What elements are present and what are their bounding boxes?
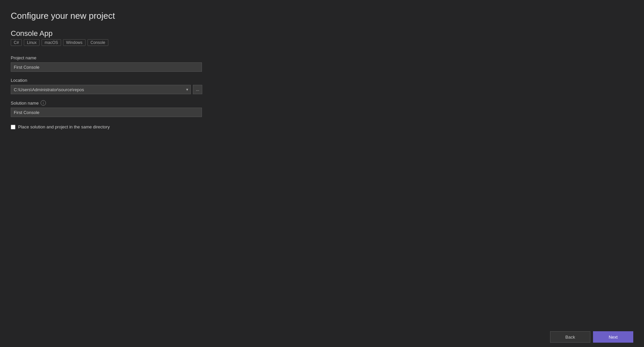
- same-directory-label[interactable]: Place solution and project in the same d…: [18, 124, 110, 129]
- tag-linux: Linux: [24, 39, 40, 46]
- tag-windows: Windows: [63, 39, 86, 46]
- project-name-input[interactable]: [11, 62, 202, 72]
- project-name-label: Project name: [11, 55, 633, 60]
- configure-dialog: Configure your new project Console App C…: [0, 0, 644, 347]
- solution-name-group: Solution name i: [11, 100, 633, 117]
- tag-csharp: C#: [11, 39, 22, 46]
- app-name-heading: Console App: [11, 29, 633, 38]
- location-row: C:\Users\Administrator\source\repos ...: [11, 85, 633, 94]
- footer: Back Next: [0, 327, 644, 347]
- tag-macos: macOS: [42, 39, 61, 46]
- browse-button[interactable]: ...: [193, 85, 202, 94]
- location-group: Location C:\Users\Administrator\source\r…: [11, 78, 633, 94]
- location-select-wrapper: C:\Users\Administrator\source\repos: [11, 85, 191, 94]
- same-directory-checkbox[interactable]: [11, 125, 15, 129]
- next-button[interactable]: Next: [593, 331, 633, 343]
- location-select[interactable]: C:\Users\Administrator\source\repos: [11, 85, 191, 94]
- dialog-title: Configure your new project: [11, 11, 633, 21]
- solution-name-input[interactable]: [11, 108, 202, 117]
- project-name-group: Project name: [11, 55, 633, 72]
- location-label: Location: [11, 78, 633, 83]
- solution-name-label-row: Solution name i: [11, 100, 633, 106]
- tag-console: Console: [88, 39, 108, 46]
- back-button[interactable]: Back: [550, 331, 590, 343]
- tag-list: C# Linux macOS Windows Console: [11, 39, 633, 46]
- solution-name-label: Solution name: [11, 101, 39, 106]
- checkbox-row: Place solution and project in the same d…: [11, 124, 633, 129]
- info-icon: i: [41, 100, 46, 106]
